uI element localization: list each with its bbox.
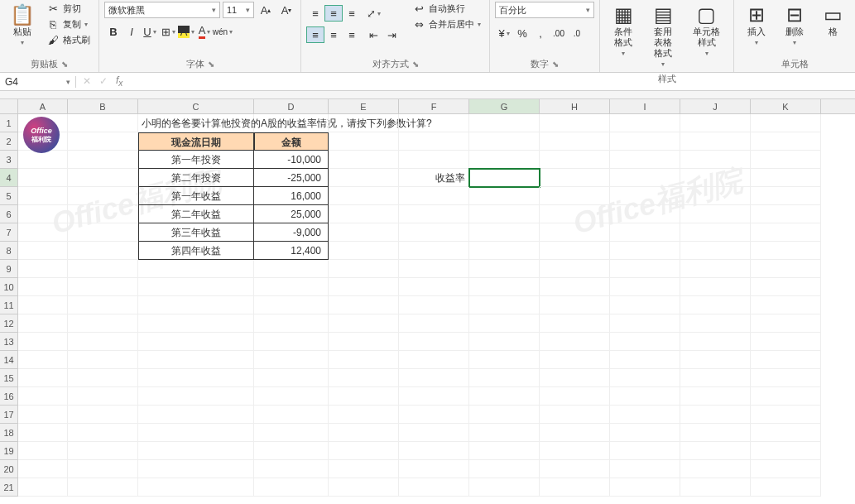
cell[interactable] bbox=[138, 478, 254, 497]
cell[interactable] bbox=[540, 387, 610, 406]
cell[interactable] bbox=[540, 406, 610, 424]
cell[interactable] bbox=[18, 314, 68, 333]
dialog-launcher-icon[interactable]: ⬊ bbox=[61, 60, 68, 69]
cell[interactable] bbox=[610, 296, 680, 314]
cell[interactable] bbox=[18, 387, 68, 406]
cell[interactable] bbox=[329, 478, 399, 497]
cell[interactable] bbox=[399, 314, 469, 333]
cell[interactable]: 小明的爸爸要计算他投资的A股的收益率情况，请按下列参数计算? bbox=[138, 114, 254, 132]
cell[interactable] bbox=[18, 478, 68, 497]
cell[interactable] bbox=[329, 351, 399, 369]
col-header[interactable]: B bbox=[68, 99, 138, 113]
cell[interactable] bbox=[399, 406, 469, 424]
cell[interactable] bbox=[399, 132, 469, 151]
cell[interactable] bbox=[254, 296, 329, 314]
cell[interactable] bbox=[610, 205, 680, 223]
cell[interactable] bbox=[68, 242, 138, 260]
select-all-corner[interactable] bbox=[0, 99, 18, 113]
cell[interactable] bbox=[540, 296, 610, 314]
border-button[interactable]: ⊞ bbox=[159, 23, 177, 40]
merge-center-button[interactable]: ⇔合并后居中 ▾ bbox=[409, 17, 484, 31]
cell[interactable]: 第一年收益 bbox=[138, 187, 254, 205]
cell[interactable] bbox=[254, 442, 329, 460]
cell[interactable] bbox=[329, 151, 399, 169]
cell[interactable] bbox=[540, 278, 610, 296]
cell[interactable] bbox=[540, 169, 610, 187]
wrap-text-button[interactable]: ↩自动换行 bbox=[409, 2, 484, 16]
cell[interactable] bbox=[751, 406, 821, 424]
cell[interactable] bbox=[610, 132, 680, 151]
cell[interactable] bbox=[68, 296, 138, 314]
row-header[interactable]: 19 bbox=[0, 442, 18, 460]
cell[interactable] bbox=[540, 442, 610, 460]
cell[interactable] bbox=[610, 187, 680, 205]
cell[interactable] bbox=[610, 260, 680, 278]
row-header[interactable]: 5 bbox=[0, 187, 18, 205]
cell[interactable] bbox=[540, 314, 610, 333]
cell[interactable] bbox=[68, 424, 138, 442]
cell[interactable] bbox=[540, 223, 610, 242]
cell[interactable] bbox=[68, 278, 138, 296]
cell[interactable] bbox=[469, 406, 540, 424]
cell[interactable] bbox=[610, 424, 680, 442]
cell[interactable] bbox=[610, 114, 680, 132]
format-as-table-button[interactable]: ▤套用 表格格式▾ bbox=[645, 2, 681, 71]
cell[interactable] bbox=[138, 351, 254, 369]
row-header[interactable]: 13 bbox=[0, 333, 18, 351]
cell[interactable] bbox=[254, 369, 329, 387]
align-right-button[interactable]: ≡ bbox=[343, 26, 361, 43]
cell[interactable] bbox=[18, 333, 68, 351]
cell[interactable] bbox=[540, 424, 610, 442]
cell[interactable] bbox=[254, 424, 329, 442]
font-color-button[interactable]: A bbox=[195, 23, 214, 40]
cell[interactable] bbox=[254, 351, 329, 369]
cell[interactable] bbox=[751, 387, 821, 406]
cell[interactable] bbox=[138, 314, 254, 333]
cell[interactable] bbox=[540, 460, 610, 478]
cell[interactable] bbox=[68, 387, 138, 406]
number-format-combo[interactable]: 百分比▾ bbox=[495, 2, 594, 18]
dialog-launcher-icon[interactable]: ⬊ bbox=[412, 60, 419, 69]
cell[interactable] bbox=[399, 424, 469, 442]
cell[interactable] bbox=[329, 314, 399, 333]
cell[interactable] bbox=[399, 278, 469, 296]
cell[interactable] bbox=[399, 333, 469, 351]
row-header[interactable]: 15 bbox=[0, 369, 18, 387]
cell[interactable] bbox=[68, 478, 138, 497]
cell[interactable] bbox=[254, 387, 329, 406]
row-header[interactable]: 1 bbox=[0, 114, 18, 132]
cell[interactable] bbox=[138, 296, 254, 314]
cell[interactable] bbox=[540, 351, 610, 369]
phonetic-button[interactable]: wén bbox=[214, 23, 232, 40]
cell[interactable] bbox=[68, 406, 138, 424]
row-header[interactable]: 20 bbox=[0, 460, 18, 478]
cell[interactable] bbox=[680, 333, 751, 351]
row-header[interactable]: 12 bbox=[0, 314, 18, 333]
cell[interactable] bbox=[540, 132, 610, 151]
cell[interactable] bbox=[469, 260, 540, 278]
format-button[interactable]: ▭格 bbox=[815, 2, 850, 39]
cell[interactable] bbox=[751, 369, 821, 387]
cell[interactable] bbox=[138, 387, 254, 406]
cell[interactable] bbox=[18, 442, 68, 460]
increase-indent-button[interactable]: ⇥ bbox=[382, 26, 401, 43]
cell[interactable] bbox=[610, 333, 680, 351]
underline-button[interactable]: U bbox=[141, 23, 159, 40]
cell[interactable] bbox=[254, 460, 329, 478]
cell[interactable] bbox=[138, 278, 254, 296]
cell[interactable] bbox=[680, 314, 751, 333]
cell[interactable] bbox=[329, 387, 399, 406]
cell[interactable]: -10,000 bbox=[254, 151, 329, 169]
cell[interactable] bbox=[751, 169, 821, 187]
cell[interactable] bbox=[751, 424, 821, 442]
cell[interactable] bbox=[751, 442, 821, 460]
row-header[interactable]: 10 bbox=[0, 278, 18, 296]
cell[interactable] bbox=[751, 223, 821, 242]
cell[interactable] bbox=[68, 333, 138, 351]
cell[interactable] bbox=[469, 296, 540, 314]
col-header[interactable]: H bbox=[540, 99, 610, 113]
row-header[interactable]: 2 bbox=[0, 132, 18, 151]
copy-button[interactable]: ⎘复制 ▾ bbox=[43, 17, 94, 31]
cell[interactable] bbox=[399, 151, 469, 169]
cell[interactable] bbox=[138, 333, 254, 351]
